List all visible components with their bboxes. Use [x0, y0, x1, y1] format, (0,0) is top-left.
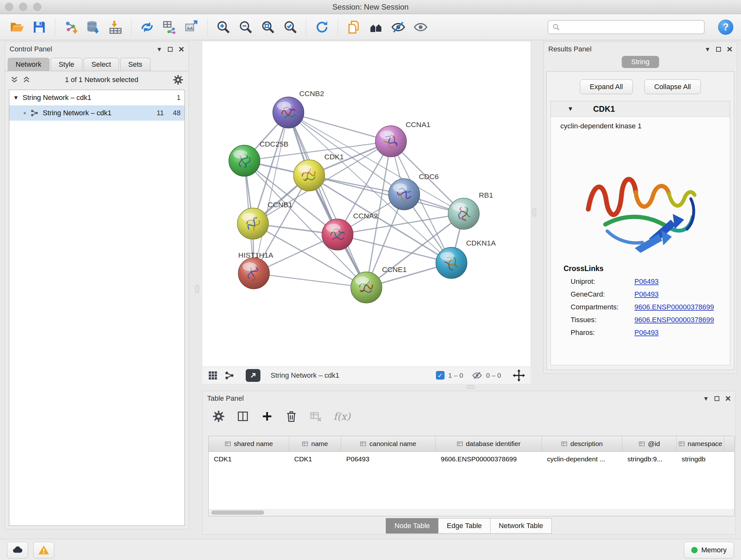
detach-view-button[interactable]	[246, 369, 260, 382]
hide-selected-button[interactable]	[389, 18, 408, 37]
table-options-gear-icon[interactable]	[212, 410, 225, 423]
save-icon	[32, 20, 47, 35]
panel-float-icon[interactable]	[168, 47, 173, 52]
crosslink-value-link[interactable]: 9606.ENSP00000378699	[634, 303, 714, 311]
network-node-CCNE1[interactable]	[351, 272, 382, 303]
panel-close-icon[interactable]: ×	[727, 44, 732, 54]
column-header-id[interactable]: @id	[622, 436, 677, 451]
add-column-icon[interactable]	[261, 410, 273, 423]
selected-checkbox-icon[interactable]: ✓	[436, 371, 445, 380]
import-table-from-file-button[interactable]	[106, 18, 125, 37]
network-canvas[interactable]: CCNB2CCNA1CDC25BCDK1CDC6RB1CCNB1CCNA2CDK…	[202, 42, 530, 367]
function-builder-button[interactable]: f(x)	[333, 411, 350, 422]
save-session-button[interactable]	[30, 18, 49, 37]
import-network-from-database-button[interactable]	[84, 18, 103, 37]
show-columns-icon[interactable]	[237, 410, 249, 423]
tab-network-table[interactable]: Network Table	[490, 518, 552, 534]
network-graph[interactable]: CCNB2CCNA1CDC25BCDK1CDC6RB1CCNB1CCNA2CDK…	[202, 42, 530, 367]
collapse-all-button[interactable]: Collapse All	[644, 79, 701, 94]
help-button[interactable]: ?	[718, 19, 733, 35]
network-overview-button[interactable]	[224, 370, 235, 381]
network-node-CDC6[interactable]	[389, 179, 420, 210]
grid-view-button[interactable]	[207, 370, 218, 381]
column-header-namespace[interactable]: namespace	[677, 436, 724, 451]
zoom-in-button[interactable]	[214, 18, 232, 37]
zoom-window-button[interactable]	[33, 3, 41, 11]
protein-name: CDK1	[593, 105, 615, 114]
export-image-button[interactable]	[183, 18, 201, 37]
tab-style[interactable]: Style	[51, 58, 82, 71]
node-label-CCNA2: CCNA2	[353, 212, 378, 220]
network-node-RB1[interactable]	[448, 198, 479, 229]
delete-table-icon[interactable]	[309, 410, 322, 423]
show-all-button[interactable]	[411, 18, 430, 37]
copy-document-button[interactable]	[344, 18, 363, 37]
delete-column-icon[interactable]	[285, 410, 298, 423]
collapse-section-icon[interactable]: ▼	[567, 105, 574, 112]
column-header-description[interactable]: description	[542, 436, 622, 451]
network-options-button[interactable]	[173, 74, 184, 85]
network-from-table-button[interactable]	[160, 18, 179, 37]
column-header-database-identifier[interactable]: database identifier	[435, 436, 542, 451]
crosslink-value-link[interactable]: 9606.ENSP00000378699	[634, 316, 714, 324]
warnings-button[interactable]	[33, 542, 54, 558]
column-header-shared-name[interactable]: shared name	[209, 436, 289, 451]
node-label-RB1: RB1	[479, 191, 493, 199]
panel-menu-icon[interactable]: ▼	[704, 46, 711, 52]
close-window-button[interactable]	[5, 3, 13, 11]
network-node-CCNB1[interactable]	[238, 208, 269, 240]
network-collection-row[interactable]: ▼ String Network – cdk1 1	[9, 90, 185, 105]
network-node-CDKN1A[interactable]	[436, 247, 467, 279]
search-input[interactable]	[563, 23, 700, 32]
import-network-from-file-button[interactable]	[62, 18, 80, 37]
left-splitter-handle[interactable]	[195, 285, 199, 293]
network-node-CCNB2[interactable]	[273, 97, 304, 128]
column-header-canonical-name[interactable]: canonical name	[341, 436, 435, 451]
table-cell: stringdb	[677, 455, 724, 463]
network-node-CDK1[interactable]	[293, 160, 325, 191]
protein-card-header[interactable]: ▼ CDK1	[551, 101, 730, 117]
merge-networks-button[interactable]	[138, 18, 156, 37]
open-session-button[interactable]	[8, 18, 26, 37]
panel-close-icon[interactable]: ×	[725, 394, 731, 403]
horizontal-scrollbar[interactable]	[209, 509, 734, 516]
expand-all-icon[interactable]	[22, 76, 30, 84]
panel-close-icon[interactable]: ×	[179, 44, 184, 54]
crosslink-value-link[interactable]: P06493	[634, 290, 659, 299]
cloud-button[interactable]	[7, 542, 28, 558]
expand-all-button[interactable]: Expand All	[580, 79, 633, 94]
collapse-all-icon[interactable]	[10, 76, 18, 84]
network-node-CDC25B[interactable]	[229, 145, 260, 177]
crosslink-value-link[interactable]: P06493	[634, 328, 659, 337]
table-row[interactable]: CDK1CDK1P064939606.ENSP00000378699cyclin…	[209, 452, 734, 466]
network-state-dot: •	[23, 109, 26, 117]
tab-sets[interactable]: Sets	[120, 58, 150, 71]
minimize-window-button[interactable]	[19, 3, 27, 11]
bottom-splitter-handle[interactable]	[467, 385, 475, 389]
right-splitter-handle[interactable]	[532, 208, 536, 216]
zoom-out-button[interactable]	[237, 18, 255, 37]
crosslink-value-link[interactable]: P06493	[634, 277, 659, 286]
scrollbar-thumb[interactable]	[211, 510, 264, 515]
network-node-HIST1H1A[interactable]	[239, 258, 270, 289]
panel-menu-icon[interactable]: ▼	[156, 46, 162, 52]
panel-float-icon[interactable]	[715, 396, 719, 401]
tree-expand-icon[interactable]: ▼	[13, 95, 19, 101]
refresh-button[interactable]	[313, 18, 331, 37]
pan-crosshair-icon[interactable]	[513, 369, 525, 382]
column-header-name[interactable]: name	[289, 436, 341, 451]
panel-float-icon[interactable]	[716, 47, 721, 52]
zoom-selected-button[interactable]	[281, 18, 300, 37]
network-node-CCNA1[interactable]	[375, 126, 407, 157]
zoom-fit-button[interactable]	[259, 18, 277, 37]
tab-string[interactable]: String	[622, 56, 659, 68]
tab-edge-table[interactable]: Edge Table	[438, 518, 490, 534]
panel-menu-icon[interactable]: ▼	[703, 395, 709, 401]
tab-network[interactable]: Network	[8, 58, 50, 71]
network-node-CCNA2[interactable]	[322, 219, 353, 250]
network-row[interactable]: • String Network – cdk1 11 48	[9, 105, 185, 121]
tab-node-table[interactable]: Node Table	[386, 518, 439, 534]
network-analyzer-button[interactable]	[367, 18, 385, 37]
memory-button[interactable]: Memory	[684, 542, 734, 558]
tab-select[interactable]: Select	[84, 58, 119, 71]
